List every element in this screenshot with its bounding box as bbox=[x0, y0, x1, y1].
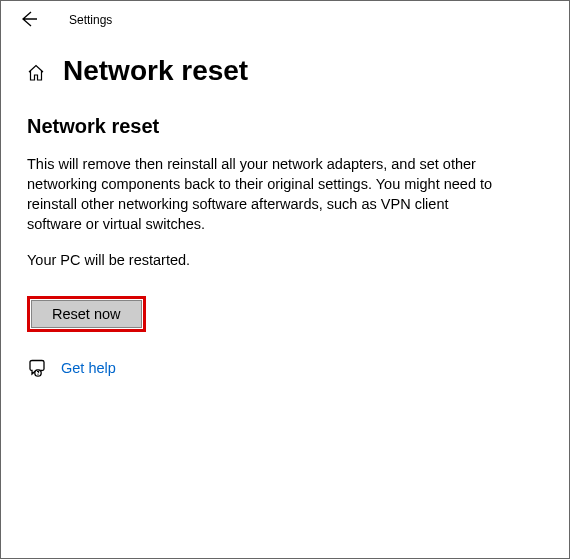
home-icon[interactable] bbox=[25, 62, 47, 84]
description-text: This will remove then reinstall all your… bbox=[27, 154, 507, 234]
restart-notice: Your PC will be restarted. bbox=[27, 252, 543, 268]
content-area: Network reset This will remove then rein… bbox=[1, 87, 569, 378]
get-help-row: Get help bbox=[27, 358, 543, 378]
page-title: Network reset bbox=[63, 55, 248, 87]
reset-button-highlight: Reset now bbox=[27, 296, 146, 332]
svg-point-1 bbox=[38, 374, 39, 375]
back-arrow-icon[interactable] bbox=[19, 9, 47, 32]
get-help-icon bbox=[27, 358, 47, 378]
get-help-link[interactable]: Get help bbox=[61, 360, 116, 376]
section-heading: Network reset bbox=[27, 115, 543, 138]
app-name: Settings bbox=[69, 13, 112, 27]
reset-now-button[interactable]: Reset now bbox=[31, 300, 142, 328]
page-header: Network reset bbox=[1, 39, 569, 87]
titlebar: Settings bbox=[1, 1, 569, 39]
